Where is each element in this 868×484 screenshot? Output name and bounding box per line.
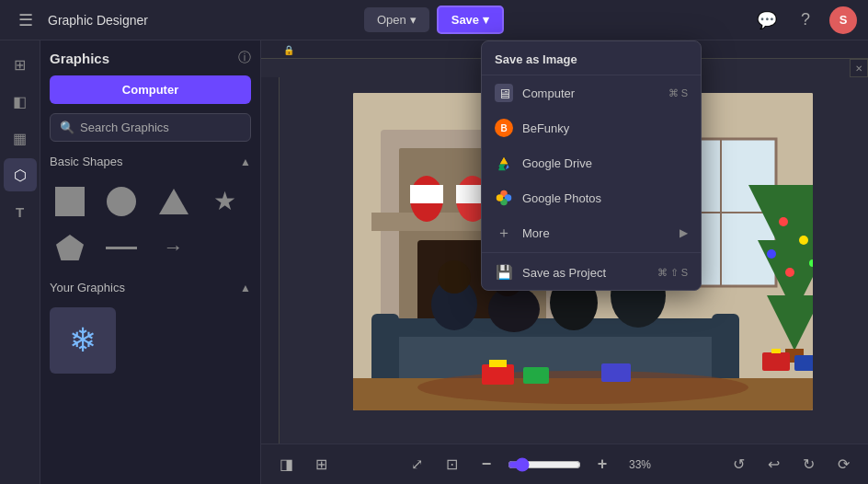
save-google-photos-item[interactable]: Google Photos bbox=[482, 180, 701, 215]
fit-screen-button[interactable]: ⤢ bbox=[403, 451, 430, 478]
svg-point-53 bbox=[497, 194, 504, 202]
layers-toggle-button[interactable]: ◨ bbox=[272, 451, 300, 478]
chat-icon-button[interactable]: 💬 bbox=[752, 6, 782, 35]
svg-rect-31 bbox=[794, 355, 813, 371]
your-graphics-section-header: Your Graphics ▲ bbox=[50, 281, 251, 294]
reset-button[interactable]: ⟳ bbox=[829, 451, 857, 478]
snowflake-icon: ❄ bbox=[69, 321, 97, 360]
computer-button[interactable]: Computer bbox=[50, 75, 251, 104]
shape-pentagon[interactable] bbox=[50, 227, 90, 268]
search-graphics-button[interactable]: 🔍 Search Graphics bbox=[50, 113, 251, 142]
zoom-level-display: 33% bbox=[623, 458, 657, 471]
undo-button[interactable]: ↺ bbox=[725, 451, 752, 478]
panel-sidebar: Graphics ⓘ Computer 🔍 Search Graphics Ba… bbox=[40, 40, 261, 484]
svg-rect-30 bbox=[771, 349, 781, 353]
save-computer-label: Computer bbox=[522, 86, 659, 100]
save-dropdown-menu: Save as Image 🖥 Computer ⌘ S B BeFunky G… bbox=[481, 40, 702, 291]
zoom-in-button[interactable]: + bbox=[588, 451, 616, 478]
svg-rect-49 bbox=[601, 363, 631, 382]
shape-star[interactable]: ★ bbox=[205, 181, 246, 222]
shape-arrow[interactable]: → bbox=[154, 227, 194, 268]
main-area: ⊞ ◧ ▦ ⬡ T Graphics ⓘ Computer 🔍 Search G… bbox=[0, 40, 868, 484]
bottom-left: ◨ ⊞ bbox=[272, 451, 335, 478]
save-befunky-label: BeFunky bbox=[522, 121, 688, 135]
topbar-center: Open ▾ Save ▾ bbox=[364, 6, 504, 34]
topbar-right: 💬 ? S bbox=[513, 6, 857, 35]
app-title: Graphic Designer bbox=[48, 13, 148, 28]
more-arrow-icon: ▶ bbox=[680, 226, 688, 239]
dropdown-divider bbox=[482, 252, 701, 253]
save-google-photos-label: Google Photos bbox=[522, 191, 688, 205]
your-graphics-toggle[interactable]: ▲ bbox=[240, 282, 251, 294]
bottom-right: ↺ ↩ ↻ ⟳ bbox=[725, 451, 857, 478]
your-graphics-grid: ❄ bbox=[50, 307, 251, 374]
panel-title: Graphics bbox=[50, 51, 109, 66]
icon-sidebar: ⊞ ◧ ▦ ⬡ T bbox=[0, 40, 40, 484]
save-project-item[interactable]: 💾 Save as Project ⌘ ⇧ S bbox=[482, 255, 701, 290]
svg-rect-6 bbox=[410, 185, 443, 203]
befunky-icon: B bbox=[495, 119, 513, 137]
basic-shapes-section-header: Basic Shapes ▲ bbox=[50, 155, 251, 168]
save-befunky-item[interactable]: B BeFunky bbox=[482, 110, 701, 145]
svg-rect-33 bbox=[381, 318, 730, 337]
zoom-out-button[interactable]: − bbox=[473, 451, 500, 478]
save-more-label: More bbox=[522, 226, 670, 240]
save-google-drive-label: Google Drive bbox=[522, 156, 688, 170]
grid-toggle-button[interactable]: ⊞ bbox=[307, 451, 335, 478]
search-icon: 🔍 bbox=[60, 121, 74, 134]
ruler-vertical bbox=[261, 77, 280, 444]
dropdown-header-text: Save as Image bbox=[495, 52, 577, 66]
crop-button[interactable]: ⊡ bbox=[438, 451, 465, 478]
ruler-lock-icon: 🔒 bbox=[280, 40, 298, 59]
avatar[interactable]: S bbox=[829, 6, 857, 34]
canvas-close-button[interactable]: ✕ bbox=[850, 59, 868, 77]
more-icon: ＋ bbox=[495, 224, 513, 242]
sidebar-layers-button[interactable]: ◧ bbox=[4, 85, 37, 118]
zoom-slider[interactable] bbox=[508, 457, 581, 472]
open-button[interactable]: Open ▾ bbox=[364, 7, 429, 32]
shape-square[interactable] bbox=[50, 181, 90, 222]
canvas-bottom-bar: ◨ ⊞ ⤢ ⊡ − + 33% ↺ ↩ ↻ ⟳ bbox=[261, 444, 868, 484]
save-computer-item[interactable]: 🖥 Computer ⌘ S bbox=[482, 75, 701, 110]
sidebar-shapes-button[interactable]: ⬡ bbox=[4, 158, 37, 191]
svg-rect-29 bbox=[762, 352, 790, 371]
sidebar-table-button[interactable]: ▦ bbox=[4, 121, 37, 155]
topbar: ☰ Graphic Designer Open ▾ Save ▾ 💬 ? S bbox=[0, 0, 868, 40]
dropdown-header: Save as Image bbox=[482, 41, 701, 75]
save-button[interactable]: Save ▾ bbox=[437, 6, 504, 34]
shape-circle[interactable] bbox=[101, 181, 142, 222]
help-icon-button[interactable]: ? bbox=[791, 6, 820, 35]
svg-point-27 bbox=[785, 268, 794, 277]
save-project-shortcut: ⌘ ⇧ S bbox=[657, 267, 688, 279]
graphic-snowflake[interactable]: ❄ bbox=[50, 307, 116, 374]
svg-rect-46 bbox=[482, 364, 514, 385]
svg-point-26 bbox=[767, 249, 776, 259]
monitor-icon: 🖥 bbox=[495, 84, 513, 102]
basic-shapes-toggle[interactable]: ▲ bbox=[240, 156, 251, 168]
svg-rect-47 bbox=[489, 360, 507, 367]
svg-point-24 bbox=[779, 217, 788, 226]
bottom-center: ⤢ ⊡ − + 33% bbox=[403, 451, 657, 478]
back-button[interactable]: ↩ bbox=[760, 451, 787, 478]
info-icon[interactable]: ⓘ bbox=[238, 50, 251, 66]
google-drive-icon bbox=[495, 154, 513, 172]
basic-shapes-title: Basic Shapes bbox=[50, 155, 123, 168]
save-google-drive-item[interactable]: Google Drive bbox=[482, 145, 701, 180]
sidebar-text-button[interactable]: T bbox=[4, 195, 37, 228]
redo-button[interactable]: ↻ bbox=[794, 451, 822, 478]
shapes-grid: ★ → bbox=[50, 181, 251, 268]
google-photos-icon bbox=[495, 189, 513, 207]
save-more-item[interactable]: ＋ More ▶ bbox=[482, 215, 701, 250]
save-project-icon: 💾 bbox=[495, 263, 513, 282]
svg-point-37 bbox=[438, 260, 471, 294]
save-computer-shortcut: ⌘ S bbox=[668, 87, 688, 99]
shape-triangle[interactable] bbox=[154, 181, 194, 222]
save-project-label: Save as Project bbox=[522, 266, 648, 280]
sidebar-grid-button[interactable]: ⊞ bbox=[4, 48, 37, 81]
hamburger-menu-button[interactable]: ☰ bbox=[11, 6, 40, 35]
shape-line[interactable] bbox=[101, 227, 142, 268]
your-graphics-title: Your Graphics bbox=[50, 281, 125, 294]
search-label: Search Graphics bbox=[80, 121, 169, 134]
topbar-left: ☰ Graphic Designer bbox=[11, 6, 355, 35]
panel-header: Graphics ⓘ bbox=[50, 50, 251, 66]
